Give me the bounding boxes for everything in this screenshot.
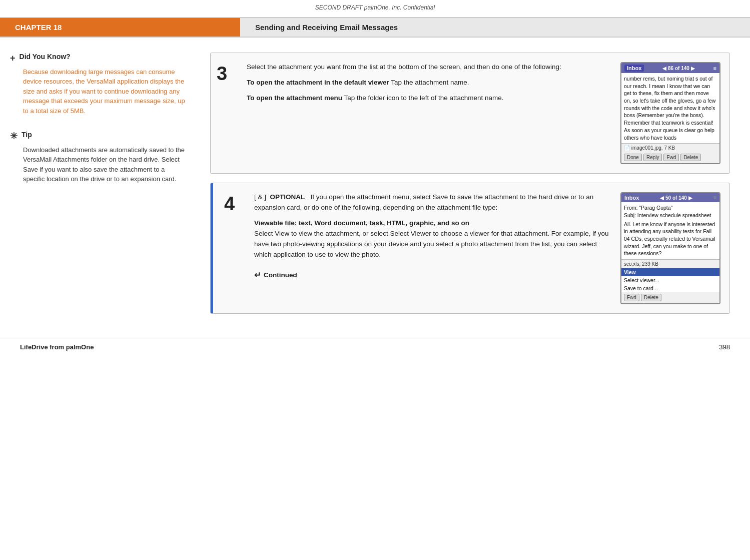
- watermark: SECOND DRAFT palmOne, Inc. Confidential: [0, 0, 750, 13]
- device-screen-4-header: Inbox ◀ 50 of 140 ▶ ≡: [621, 193, 719, 202]
- view-label[interactable]: View: [624, 269, 636, 275]
- step-4-content: [ & ] OPTIONAL If you open the attachmen…: [254, 192, 610, 284]
- page-number: 398: [719, 343, 730, 351]
- device-screen-3-header: Inbox ◀ 86 of 140 ▶ ≡: [621, 63, 719, 73]
- steps-area: 3 Select the attachment you want from th…: [210, 53, 730, 323]
- plus-icon: +: [10, 53, 16, 64]
- chapter-title-text: Sending and Receiving Email Messages: [255, 23, 398, 32]
- inbox-label-3: Inbox: [624, 65, 644, 72]
- footer-bar: LifeDrive from palmOne 398: [0, 338, 750, 356]
- main-content: + Did You Know? Because downloading larg…: [0, 38, 750, 333]
- tip-header: ✳ Tip: [10, 131, 185, 142]
- step-4-inner: 4 [ & ] OPTIONAL If you open the attachm…: [211, 183, 729, 313]
- device-screen-3-footer: 📄 image001.jpg, 7 KB: [621, 143, 719, 152]
- continued-text: Continued: [264, 270, 297, 281]
- subj-line: Subj: Interview schedule spreadsheet: [624, 212, 717, 219]
- step-4-box: 4 [ & ] OPTIONAL If you open the attachm…: [210, 183, 730, 314]
- continued-line: ↵ Continued: [254, 265, 610, 285]
- footer-left: LifeDrive from palmOne: [20, 343, 94, 351]
- did-you-know-heading: Did You Know?: [20, 53, 71, 61]
- brackets-label: [ & ]: [254, 193, 266, 201]
- select-viewer-row: Select viewer...: [621, 276, 719, 284]
- asterisk-icon: ✳: [10, 131, 18, 142]
- chapter-header: CHAPTER 18 Sending and Receiving Email M…: [0, 17, 750, 38]
- btn-done-3[interactable]: Done: [624, 154, 642, 161]
- btn-reply-3[interactable]: Reply: [643, 154, 662, 161]
- inbox-label-4: Inbox: [624, 195, 639, 201]
- view-row: View: [621, 268, 719, 276]
- did-you-know-text: Because downloading large messages can c…: [23, 67, 185, 116]
- menu-icon-3: ≡: [713, 65, 716, 71]
- tip-heading: Tip: [22, 131, 32, 139]
- blue-bar: [211, 183, 213, 313]
- step-3-box: 3 Select the attachment you want from th…: [210, 53, 730, 174]
- device-screen-4-footer: sco.xls, 239 KB: [621, 259, 719, 268]
- btn-delete-4[interactable]: Delete: [641, 294, 661, 301]
- step-3-number: 3: [217, 64, 242, 83]
- sidebar: + Did You Know? Because downloading larg…: [10, 53, 195, 323]
- device-screen-3: Inbox ◀ 86 of 140 ▶ ≡ number rems, but n…: [620, 62, 720, 164]
- step-4-para-0: [ & ] OPTIONAL If you open the attachmen…: [254, 192, 610, 213]
- btn-fwd-4[interactable]: Fwd: [624, 294, 639, 301]
- body-text-4: All. Let me know if anyone is interested…: [624, 221, 717, 257]
- btn-fwd-3[interactable]: Fwd: [663, 154, 679, 161]
- nav-4: ◀ 50 of 140 ▶: [660, 195, 692, 201]
- step-3-device-image: Inbox ◀ 86 of 140 ▶ ≡ number rems, but n…: [620, 62, 720, 164]
- save-to-card-label[interactable]: Save to card...: [624, 285, 658, 291]
- device-screen-4-body: From: "Parag Gupta" Subj: Interview sche…: [621, 202, 719, 259]
- did-you-know-header: + Did You Know?: [10, 53, 185, 64]
- chapter-number: CHAPTER 18: [15, 23, 62, 32]
- menu-icon-4: ≡: [713, 195, 716, 201]
- step-4-device-image: Inbox ◀ 50 of 140 ▶ ≡ From: "Parag Gupta…: [620, 192, 720, 304]
- step-3-inner: 3 Select the attachment you want from th…: [211, 53, 729, 173]
- footer-right: 398: [719, 343, 730, 351]
- optional-label: OPTIONAL: [270, 193, 305, 201]
- step-3-content: Select the attachment you want from the …: [247, 62, 610, 109]
- chapter-title: Sending and Receiving Email Messages: [240, 18, 750, 37]
- watermark-text: SECOND DRAFT palmOne, Inc. Confidential: [315, 4, 435, 11]
- device-screen-3-body: number rems, but noming triat s out of o…: [621, 73, 719, 143]
- tip-section: ✳ Tip Downloaded attachments are automat…: [10, 131, 185, 184]
- footer-product: LifeDrive from palmOne: [20, 343, 94, 351]
- chapter-label: CHAPTER 18: [0, 18, 240, 37]
- device-screen-3-buttons: Done Reply Fwd Delete: [621, 152, 719, 163]
- continued-icon: ↵: [254, 269, 261, 282]
- btn-delete-3[interactable]: Delete: [680, 154, 701, 161]
- nav-3: ◀ 86 of 140 ▶: [662, 66, 694, 71]
- device-screen-4: Inbox ◀ 50 of 140 ▶ ≡ From: "Parag Gupta…: [620, 192, 720, 304]
- step-3-para-3: To open the attachment menu Tap the fold…: [247, 93, 610, 104]
- did-you-know-section: + Did You Know? Because downloading larg…: [10, 53, 185, 116]
- save-row: Save to card...: [621, 284, 719, 292]
- select-viewer-label[interactable]: Select viewer...: [624, 277, 659, 283]
- from-line: From: "Parag Gupta": [624, 204, 717, 212]
- step-4-number: 4: [224, 194, 249, 213]
- step-3-para-1: Select the attachment you want from the …: [247, 62, 610, 73]
- step-4-para-1: Viewable file: text, Word document, task…: [254, 218, 610, 260]
- device-screen-4-buttons: Fwd Delete: [621, 292, 719, 303]
- step-3-para-2: To open the attachment in the default vi…: [247, 78, 610, 88]
- tip-text: Downloaded attachments are automatically…: [23, 145, 185, 184]
